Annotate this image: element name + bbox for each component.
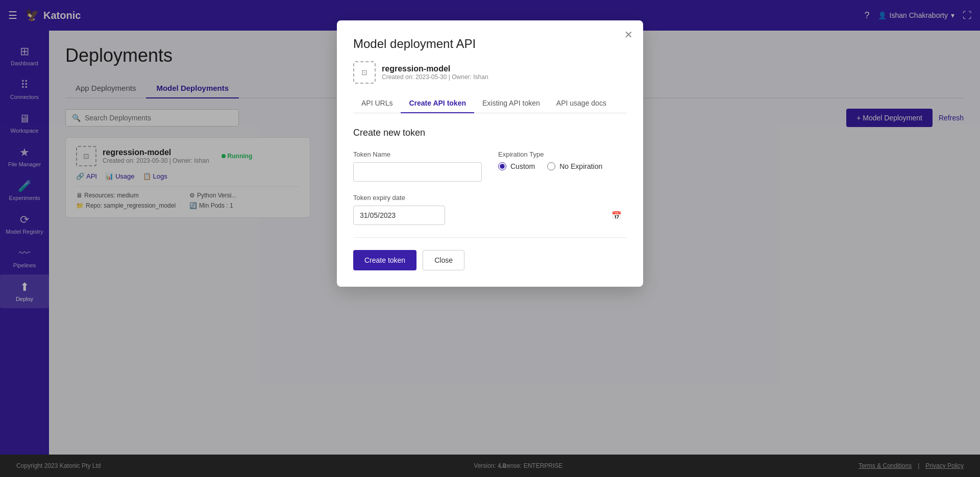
radio-no-expiration-label: No Expiration bbox=[559, 162, 602, 170]
radio-no-expiration[interactable]: No Expiration bbox=[547, 162, 602, 170]
expiration-type-group: Expiration Type Custom No Expiration bbox=[498, 150, 627, 182]
modal-overlay: ✕ Model deployment API ⊡ regression-mode… bbox=[0, 0, 980, 477]
create-token-button[interactable]: Create token bbox=[353, 250, 416, 270]
modal-model-details: regression-model Created on: 2023-05-30 … bbox=[382, 64, 488, 81]
radio-group: Custom No Expiration bbox=[498, 162, 627, 170]
tab-api-urls[interactable]: API URLs bbox=[353, 94, 401, 113]
tab-existing-api-token[interactable]: Existing API token bbox=[474, 94, 548, 113]
calendar-icon[interactable]: 📅 bbox=[611, 211, 622, 220]
expiry-date-label: Token expiry date bbox=[353, 194, 627, 202]
modal-model-meta: Created on: 2023-05-30 | Owner: Ishan bbox=[382, 73, 488, 81]
modal-close-button[interactable]: ✕ bbox=[624, 29, 633, 41]
modal: ✕ Model deployment API ⊡ regression-mode… bbox=[337, 20, 643, 287]
modal-model-icon: ⊡ bbox=[353, 61, 376, 84]
radio-custom[interactable]: Custom bbox=[498, 162, 535, 170]
modal-divider bbox=[353, 237, 627, 238]
token-name-group: Token Name bbox=[353, 150, 482, 182]
modal-footer: Create token Close bbox=[353, 250, 627, 270]
token-name-input[interactable] bbox=[353, 162, 482, 182]
radio-custom-input[interactable] bbox=[498, 162, 506, 170]
form-row-1: Token Name Expiration Type Custom No Exp… bbox=[353, 150, 627, 182]
token-name-label: Token Name bbox=[353, 150, 482, 158]
tab-api-usage-docs[interactable]: API usage docs bbox=[548, 94, 615, 113]
modal-tabs: API URLs Create API token Existing API t… bbox=[353, 94, 627, 113]
modal-title: Model deployment API bbox=[353, 37, 627, 51]
radio-custom-label: Custom bbox=[510, 162, 535, 170]
form-section-title: Create new token bbox=[353, 128, 627, 138]
close-button[interactable]: Close bbox=[423, 250, 464, 270]
expiry-date-group: Token expiry date 📅 bbox=[353, 194, 627, 225]
modal-model-name: regression-model bbox=[382, 64, 488, 73]
tab-create-api-token[interactable]: Create API token bbox=[401, 94, 474, 113]
date-input-wrapper: 📅 bbox=[353, 206, 627, 225]
expiry-date-input[interactable] bbox=[353, 206, 445, 225]
radio-no-expiration-input[interactable] bbox=[547, 162, 555, 170]
modal-model-info: ⊡ regression-model Created on: 2023-05-3… bbox=[353, 61, 627, 84]
expiration-type-label: Expiration Type bbox=[498, 150, 627, 158]
